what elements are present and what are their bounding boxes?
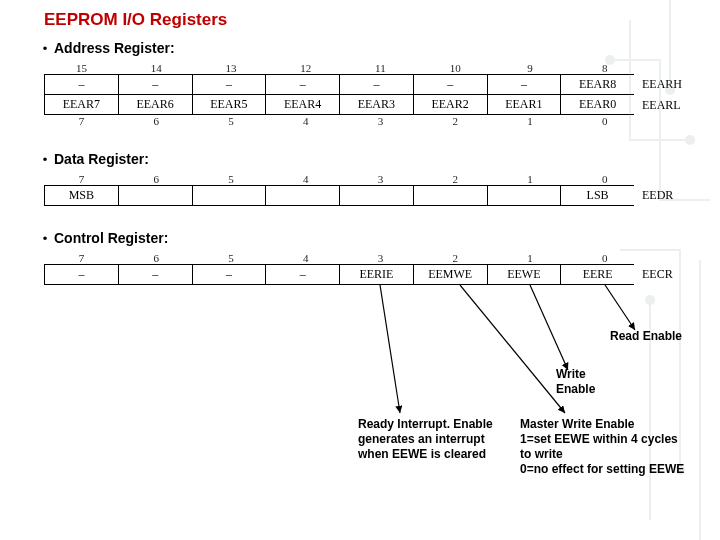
eedr-row: MSB LSB EEDR (44, 185, 694, 206)
bullet-icon: • (36, 231, 54, 246)
control-register-label: Control Register: (54, 230, 168, 246)
bullet-icon: • (36, 41, 54, 56)
eecr-row: – – – – EERIE EEMWE EEWE EERE EECR (44, 264, 694, 285)
anno-write-enable: Write Enable (556, 367, 616, 397)
anno-ready-interrupt: Ready Interrupt. Enable generates an int… (358, 417, 498, 462)
address-register-heading: • Address Register: (0, 38, 720, 62)
eearh-row: – – – – – – – EEAR8 EEARH (44, 74, 694, 95)
address-register-diagram: 15 14 13 12 11 10 9 8 – – – – – – – EEAR… (0, 62, 720, 127)
eearh-name: EEARH (634, 74, 694, 95)
eearl-row: EEAR7 EEAR6 EEAR5 EEAR4 EEAR3 EEAR2 EEAR… (44, 95, 694, 115)
page-title: EEPROM I/O Registers (0, 0, 720, 38)
control-register-heading: • Control Register: (0, 228, 720, 252)
annotation-area: Read Enable Write Enable Ready Interrupt… (0, 285, 720, 495)
anno-read-enable: Read Enable (610, 329, 682, 344)
anno-master-write-enable: Master Write Enable 1=set EEWE within 4 … (520, 417, 685, 477)
bullet-icon: • (36, 152, 54, 167)
svg-line-5 (605, 285, 635, 330)
data-register-label: Data Register: (54, 151, 149, 167)
eecr-name: EECR (634, 264, 694, 285)
control-register-diagram: 7 6 5 4 3 2 1 0 – – – – EERIE EEMWE EEWE… (0, 252, 720, 285)
address-register-label: Address Register: (54, 40, 175, 56)
eedr-name: EEDR (634, 185, 694, 206)
svg-line-8 (380, 285, 400, 413)
svg-line-7 (460, 285, 565, 413)
data-register-heading: • Data Register: (0, 149, 720, 173)
data-register-diagram: 7 6 5 4 3 2 1 0 MSB LSB EEDR (0, 173, 720, 206)
eearl-name: EEARL (634, 95, 694, 115)
svg-line-6 (530, 285, 568, 370)
